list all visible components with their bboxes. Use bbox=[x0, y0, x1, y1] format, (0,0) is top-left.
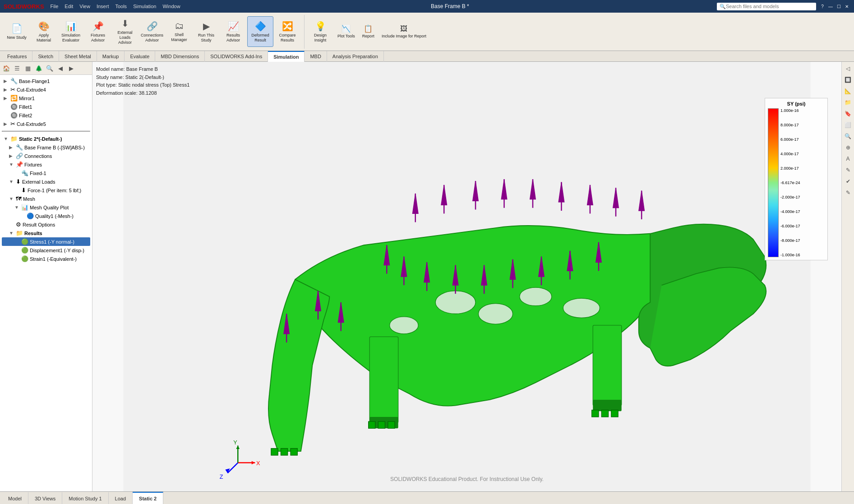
expand-icon: ▶ bbox=[9, 153, 14, 158]
mirror1-icon: 🔁 bbox=[10, 95, 18, 102]
cut-extrude5-label: Cut-Extrude5 bbox=[17, 121, 46, 127]
right-panel-btn-9[interactable]: A bbox=[843, 154, 853, 164]
design-insight-icon: 💡 bbox=[315, 21, 326, 32]
bottom-tab-static2[interactable]: Static 2 bbox=[133, 492, 163, 504]
tree-item-connections[interactable]: ▶ 🔗 Connections bbox=[2, 152, 90, 160]
tab-mbd[interactable]: MBD bbox=[305, 51, 327, 62]
search-box[interactable]: 🔍 bbox=[717, 3, 816, 10]
right-panel-btn-8[interactable]: ⊕ bbox=[843, 143, 853, 153]
expand-icon: ▶ bbox=[4, 87, 9, 92]
right-panel-btn-3[interactable]: 📐 bbox=[843, 86, 853, 96]
sidebar: 🏠 ☰ ▦ 🌲 🔍 ◀ ▶ ▶ 🔧 Base-Flange1 ▶ ✂ Cut-E… bbox=[0, 62, 92, 491]
search-input[interactable] bbox=[726, 4, 807, 9]
close-button[interactable]: ✕ bbox=[843, 3, 850, 10]
tree-item-mesh[interactable]: ▼ 🗺 Mesh bbox=[2, 194, 90, 203]
legend-val-6: -2.000e-17 bbox=[780, 195, 800, 199]
tree-item-result-options[interactable]: ⚙ Result Options bbox=[2, 220, 90, 229]
tree-item-mirror1[interactable]: ▶ 🔁 Mirror1 bbox=[2, 94, 90, 102]
sidebar-nav-back[interactable]: ◀ bbox=[55, 63, 65, 73]
fixtures-advisor-button[interactable]: 📌 Fixtures Advisor bbox=[85, 16, 111, 47]
menu-simulation[interactable]: Simulation bbox=[130, 3, 159, 10]
simulation-evaluator-button[interactable]: 📊 Simulation Evaluator bbox=[58, 16, 84, 47]
canvas-area[interactable]: Model name: Base Frame B Study name: Sta… bbox=[92, 62, 841, 491]
design-insight-button[interactable]: 💡 Design Insight bbox=[307, 16, 333, 47]
shell-manager-button[interactable]: 🗂 Shell Manager bbox=[166, 16, 192, 47]
svg-rect-9 bbox=[593, 400, 621, 411]
tab-sheet-metal[interactable]: Sheet Metal bbox=[59, 51, 97, 62]
right-panel-btn-4[interactable]: 📁 bbox=[843, 97, 853, 107]
tree-item-external-loads[interactable]: ▼ ⬇ External Loads bbox=[2, 177, 90, 186]
model-viewport[interactable]: X Y Z bbox=[92, 62, 841, 491]
connections-label: Connections bbox=[24, 153, 52, 159]
run-study-button[interactable]: ▶ Run This Study bbox=[193, 16, 219, 47]
right-panel-btn-2[interactable]: 🔲 bbox=[843, 75, 853, 85]
sidebar-list-icon[interactable]: ☰ bbox=[12, 63, 22, 73]
bottom-tab-3dviews[interactable]: 3D Views bbox=[28, 492, 62, 504]
menu-tools[interactable]: Tools bbox=[112, 3, 129, 10]
tree-item-fillet2[interactable]: 🔘 Fillet2 bbox=[2, 111, 90, 120]
tree-item-fixed1[interactable]: 🔩 Fixed-1 bbox=[2, 169, 90, 177]
deformed-result-button[interactable]: 🔷 Deformed Result bbox=[247, 16, 273, 47]
right-panel-btn-11[interactable]: ✔ bbox=[843, 176, 853, 186]
tree-item-stress1[interactable]: 🟢 Stress1 (-Y normal-) bbox=[2, 237, 90, 246]
menu-window[interactable]: Window bbox=[160, 3, 183, 10]
tree-item-fixtures[interactable]: ▼ 📌 Fixtures bbox=[2, 160, 90, 169]
apply-material-button[interactable]: 🎨 Apply Material bbox=[31, 16, 57, 47]
report-button[interactable]: 📋 Report bbox=[359, 23, 378, 41]
sidebar-filter-icon[interactable]: 🔍 bbox=[45, 63, 55, 73]
sidebar-grid-icon[interactable]: ▦ bbox=[23, 63, 33, 73]
tab-features[interactable]: Features bbox=[2, 51, 32, 62]
right-panel-btn-7[interactable]: 🔍 bbox=[843, 131, 853, 141]
minimize-button[interactable]: — bbox=[827, 3, 834, 10]
menu-edit[interactable]: Edit bbox=[62, 3, 76, 10]
menu-insert[interactable]: Insert bbox=[94, 3, 112, 10]
include-image-button[interactable]: 🖼 Include Image for Report bbox=[379, 23, 429, 41]
bottom-tab-motion-study[interactable]: Motion Study 1 bbox=[62, 492, 108, 504]
tree-item-cut-extrude4[interactable]: ▶ ✂ Cut-Extrude4 bbox=[2, 85, 90, 94]
tree-item-strain1[interactable]: 🟢 Strain1 (-Equivalent-) bbox=[2, 254, 90, 263]
tree-item-mesh-quality[interactable]: ▼ 📊 Mesh Quality Plot bbox=[2, 203, 90, 212]
menu-file[interactable]: File bbox=[48, 3, 61, 10]
maximize-button[interactable]: ☐ bbox=[835, 3, 842, 10]
tree-item-base-flange[interactable]: ▶ 🔧 Base-Flange1 bbox=[2, 77, 90, 85]
tab-simulation[interactable]: Simulation bbox=[268, 51, 305, 62]
svg-point-1 bbox=[435, 291, 475, 314]
right-panel-btn-10[interactable]: ✎ bbox=[843, 165, 853, 175]
deformed-result-icon: 🔷 bbox=[255, 21, 266, 32]
tab-analysis-prep[interactable]: Analysis Preparation bbox=[327, 51, 384, 62]
right-panel-btn-1[interactable]: ◁ bbox=[843, 64, 853, 74]
external-loads-label: External Loads bbox=[22, 179, 55, 185]
bottom-tab-model[interactable]: Model bbox=[2, 492, 28, 504]
new-study-button[interactable]: 📄 New Study bbox=[4, 16, 30, 47]
tab-sketch[interactable]: Sketch bbox=[32, 51, 59, 62]
external-loads-button[interactable]: ⬇ External Loads Advisor bbox=[112, 16, 138, 47]
tree-item-results[interactable]: ▼ 📁 Results bbox=[2, 229, 90, 237]
svg-text:Z: Z bbox=[220, 474, 223, 480]
sidebar-tree-icon[interactable]: 🌲 bbox=[34, 63, 44, 73]
help-button[interactable]: ? bbox=[819, 3, 826, 10]
menu-view[interactable]: View bbox=[77, 3, 93, 10]
results-advisor-button[interactable]: 📈 Results Advisor bbox=[220, 16, 246, 47]
tree-item-cut-extrude5[interactable]: ▶ ✂ Cut-Extrude5 bbox=[2, 120, 90, 128]
tab-mbd-dimensions[interactable]: MBD Dimensions bbox=[155, 51, 205, 62]
force1-icon: ⬇ bbox=[21, 187, 26, 194]
bottom-tab-load[interactable]: Load bbox=[109, 492, 133, 504]
tree-item-force1[interactable]: ⬇ Force-1 (Per item: 5 lbf;) bbox=[2, 186, 90, 194]
tree-item-static2[interactable]: ▼ 📁 Static 2*(-Default-) bbox=[2, 134, 90, 143]
right-panel-btn-6[interactable]: ⬜ bbox=[843, 120, 853, 130]
tree-item-fillet1[interactable]: 🔘 Fillet1 bbox=[2, 102, 90, 111]
tab-evaluate[interactable]: Evaluate bbox=[125, 51, 155, 62]
right-panel-btn-12[interactable]: ✎ bbox=[843, 188, 853, 198]
plot-tools-button[interactable]: 📉 Plot Tools bbox=[334, 23, 358, 41]
tree-item-base-frame-b[interactable]: ▶ 🔧 Base Frame B (-[SW]ABS-) bbox=[2, 143, 90, 152]
connections-advisor-label: Connections Advisor bbox=[140, 33, 164, 43]
connections-advisor-button[interactable]: 🔗 Connections Advisor bbox=[139, 16, 165, 47]
tab-addins[interactable]: SOLIDWORKS Add-Ins bbox=[205, 51, 268, 62]
tree-item-quality1[interactable]: 🔵 Quality1 (-Mesh-) bbox=[2, 212, 90, 220]
right-panel-btn-5[interactable]: 🔖 bbox=[843, 109, 853, 119]
compare-results-button[interactable]: 🔀 Compare Results bbox=[274, 16, 300, 47]
sidebar-nav-forward[interactable]: ▶ bbox=[66, 63, 76, 73]
tree-item-displacement1[interactable]: 🟢 Displacement1 (-Y disp-) bbox=[2, 246, 90, 254]
sidebar-home-icon[interactable]: 🏠 bbox=[1, 63, 11, 73]
tab-markup[interactable]: Markup bbox=[97, 51, 125, 62]
